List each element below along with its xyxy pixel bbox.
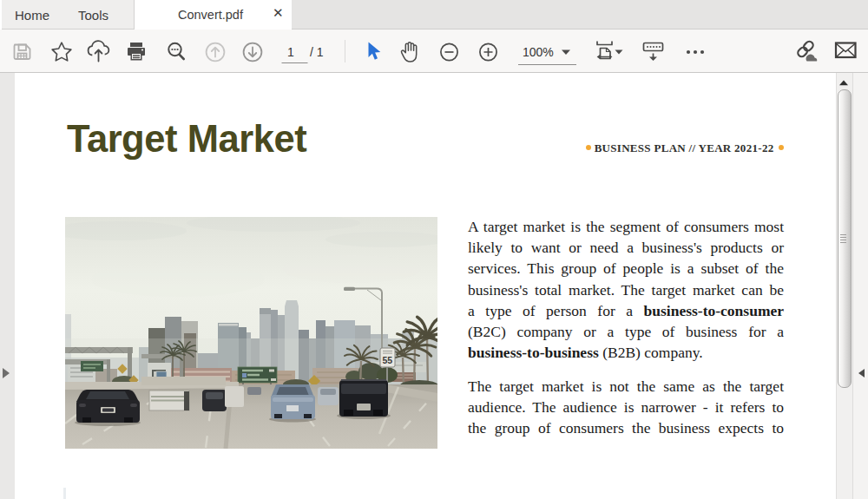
svg-text:55: 55 (383, 355, 393, 365)
svg-text:1: 1 (287, 45, 294, 59)
svg-text:100%: 100% (523, 45, 554, 59)
svg-text:/ 1: / 1 (310, 45, 324, 59)
